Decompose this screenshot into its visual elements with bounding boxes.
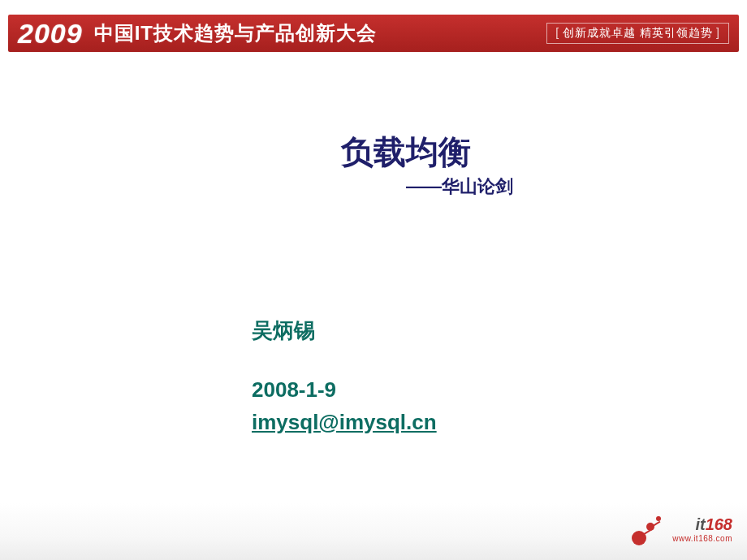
- slide-title: 负载均衡: [341, 130, 471, 174]
- footer-logo-group: it168 www.it168.com: [632, 513, 732, 545]
- slide-date: 2008-1-9: [252, 377, 336, 403]
- banner-slogan: 创新成就卓越 精英引领趋势: [546, 23, 729, 44]
- brand-block: it168 www.it168.com: [672, 515, 732, 543]
- brand-left: it: [695, 515, 705, 533]
- network-dots-icon: [632, 513, 664, 545]
- brand-url: www.it168.com: [672, 534, 732, 543]
- header-banner: 2009 中国IT技术趋势与产品创新大会 创新成就卓越 精英引领趋势: [8, 15, 739, 52]
- banner-year: 2009: [18, 18, 83, 50]
- brand-logo-text: it168: [695, 515, 732, 534]
- banner-headline: 中国IT技术趋势与产品创新大会: [94, 20, 377, 46]
- slide-author: 吴炳锡: [252, 317, 315, 345]
- slide-subtitle: ——华山论剑: [406, 174, 513, 199]
- brand-right: 168: [706, 515, 732, 533]
- slide-email-link[interactable]: imysql@imysql.cn: [252, 410, 437, 435]
